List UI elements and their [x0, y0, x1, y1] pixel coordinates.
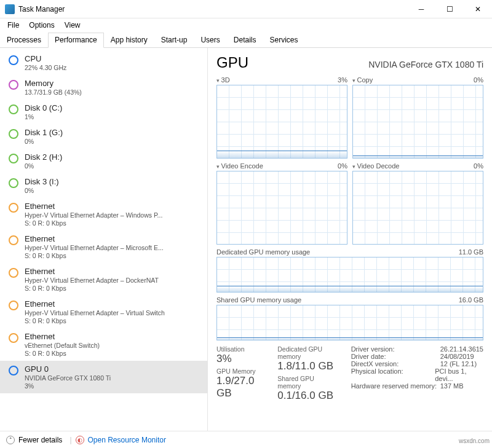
sidebar-item-sub: NVIDIA GeForce GTX 1080 Ti [25, 374, 111, 382]
sidebar-item-name: CPU [25, 54, 66, 63]
graph-video-encode [216, 171, 347, 245]
sidebar-item-sub: Hyper-V Virtual Ethernet Adapter – Virtu… [25, 309, 165, 316]
fewer-details-link[interactable]: Fewer details [18, 436, 62, 444]
shared-mem-label: Shared GPU memory usage [216, 296, 301, 304]
info-val: 12 (FL 12.1) [440, 360, 477, 367]
info-val: 24/08/2019 [440, 353, 474, 360]
sidebar-item-name: Disk 1 (G:) [25, 128, 63, 137]
graph-label-venc[interactable]: Video Encode [216, 162, 263, 170]
info-key: Driver date: [351, 353, 440, 360]
info-key: Physical location: [351, 367, 435, 382]
info-val: PCI bus 1, devi... [435, 367, 483, 382]
activity-ring-icon [9, 55, 18, 65]
sidebar-item-sub: 0% [25, 187, 59, 194]
sidebar-item-sub: Hyper-V Virtual Ethernet Adapter – Docke… [25, 277, 159, 284]
sidebar-item-sub2: S: 0 R: 0 Kbps [25, 219, 162, 227]
window-title: Task Manager [18, 5, 407, 14]
sidebar-item-sub2: S: 0 R: 0 Kbps [25, 350, 100, 357]
sidebar-item-name: Disk 0 (C:) [25, 103, 62, 112]
shr-value: 0.1/16.0 GB [277, 390, 338, 402]
footer: ˄ Fewer details | ◐ Open Resource Monito… [0, 431, 492, 448]
sidebar-item-name: Ethernet [25, 202, 162, 211]
graph-3d [216, 85, 347, 159]
tab-users[interactable]: Users [194, 33, 226, 48]
tab-services[interactable]: Services [263, 33, 304, 48]
sidebar-item-ethernet[interactable]: EthernetHyper-V Virtual Ethernet Adapter… [0, 296, 207, 328]
ded-label: Dedicated GPU memory [277, 345, 338, 360]
menubar: File Options View [0, 18, 492, 32]
util-value: 3% [216, 353, 265, 365]
sidebar[interactable]: CPU22% 4.30 GHzMemory13.7/31.9 GB (43%)D… [0, 48, 208, 431]
activity-ring-icon [9, 203, 18, 213]
sidebar-item-sub: 22% 4.30 GHz [25, 64, 66, 71]
sidebar-item-ethernet[interactable]: EthernetHyper-V Virtual Ethernet Adapter… [0, 198, 207, 230]
sidebar-item-name: Disk 3 (I:) [25, 177, 59, 186]
activity-ring-icon [9, 154, 18, 163]
shr-label: Shared GPU memory [277, 375, 338, 390]
sidebar-item-disk-0-c-[interactable]: Disk 0 (C:)1% [0, 100, 207, 124]
activity-ring-icon [9, 235, 18, 245]
graph-label-copy[interactable]: Copy [352, 76, 373, 84]
graph-video-decode [352, 171, 483, 245]
graph-shared-mem [216, 305, 483, 340]
info-val: 137 MB [440, 382, 464, 390]
activity-ring-icon [9, 104, 18, 114]
main-panel: GPU NVIDIA GeForce GTX 1080 Ti 3D3% Copy… [208, 48, 492, 431]
graph-label-vdec[interactable]: Video Decode [352, 162, 399, 170]
sidebar-item-memory[interactable]: Memory13.7/31.9 GB (43%) [0, 75, 207, 100]
tab-performance[interactable]: Performance [48, 33, 104, 48]
sidebar-item-name: Memory [25, 79, 82, 88]
sidebar-item-ethernet[interactable]: EthernetvEthernet (Default Switch)S: 0 R… [0, 328, 207, 361]
menu-file[interactable]: File [2, 20, 24, 31]
sidebar-item-sub2: S: 0 R: 0 Kbps [25, 252, 164, 259]
tab-processes[interactable]: Processes [0, 33, 48, 48]
fewer-details-icon[interactable]: ˄ [6, 436, 15, 444]
activity-ring-icon [9, 178, 18, 188]
tab-details[interactable]: Details [227, 33, 263, 48]
sidebar-item-sub: 0% [25, 138, 63, 145]
sidebar-item-disk-1-g-[interactable]: Disk 1 (G:)0% [0, 124, 207, 149]
sidebar-item-ethernet[interactable]: EthernetHyper-V Virtual Ethernet Adapter… [0, 230, 207, 263]
sidebar-item-name: Ethernet [25, 234, 164, 243]
graph-label-3d[interactable]: 3D [216, 76, 230, 84]
tab-startup[interactable]: Start-up [154, 33, 194, 48]
activity-ring-icon [9, 80, 18, 90]
sidebar-item-sub2: 3% [25, 382, 111, 390]
activity-ring-icon [9, 333, 18, 343]
activity-ring-icon [9, 268, 18, 278]
sidebar-item-cpu[interactable]: CPU22% 4.30 GHz [0, 50, 207, 75]
sidebar-item-sub: Hyper-V Virtual Ethernet Adapter – Windo… [25, 211, 162, 219]
graph-copy [352, 85, 483, 159]
resource-monitor-icon[interactable]: ◐ [76, 436, 84, 444]
graph-pct-3d: 3% [338, 76, 347, 84]
activity-ring-icon [9, 129, 18, 139]
close-button[interactable]: ✕ [464, 0, 492, 18]
menu-options[interactable]: Options [24, 20, 59, 31]
gmem-value: 1.9/27.0 GB [216, 375, 265, 399]
tabs: Processes Performance App history Start-… [0, 32, 492, 48]
menu-view[interactable]: View [60, 20, 85, 31]
minimize-button[interactable]: ─ [407, 0, 435, 18]
page-title: GPU [216, 54, 248, 71]
resource-monitor-link[interactable]: Open Resource Monitor [88, 436, 166, 444]
sidebar-item-name: Ethernet [25, 332, 100, 341]
watermark: wsxdn.com [459, 438, 490, 444]
sidebar-item-disk-3-i-[interactable]: Disk 3 (I:)0% [0, 173, 207, 198]
sidebar-item-gpu-0[interactable]: GPU 0NVIDIA GeForce GTX 1080 Ti3% [0, 361, 207, 393]
activity-ring-icon [9, 366, 18, 375]
info-key: Driver version: [351, 345, 440, 353]
dedicated-mem-label: Dedicated GPU memory usage [216, 248, 310, 256]
sidebar-item-name: Ethernet [25, 267, 159, 276]
util-label: Utilisation [216, 345, 265, 353]
sidebar-item-disk-2-h-[interactable]: Disk 2 (H:)0% [0, 149, 207, 173]
maximize-button[interactable]: ☐ [435, 0, 464, 18]
sidebar-item-ethernet[interactable]: EthernetHyper-V Virtual Ethernet Adapter… [0, 263, 207, 296]
sidebar-item-name: Disk 2 (H:) [25, 152, 62, 162]
sidebar-item-sub: 1% [25, 113, 62, 120]
tab-app-history[interactable]: App history [104, 33, 154, 48]
sidebar-item-sub2: S: 0 R: 0 Kbps [25, 317, 165, 324]
titlebar: Task Manager ─ ☐ ✕ [0, 0, 492, 18]
dedicated-mem-max: 11.0 GB [459, 248, 483, 256]
sidebar-item-sub: Hyper-V Virtual Ethernet Adapter – Micro… [25, 244, 164, 251]
info-key: Hardware reserved memory: [351, 382, 440, 390]
